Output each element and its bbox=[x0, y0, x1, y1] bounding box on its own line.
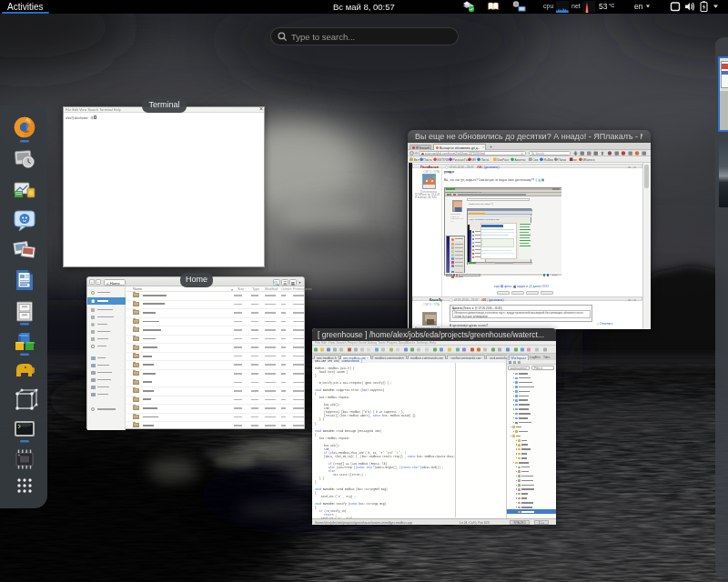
svg-text:БелРосе: БелРосе bbox=[498, 157, 510, 161]
svg-text:Адаптас: Адаптас bbox=[514, 157, 526, 161]
svg-text:Лента: Лента bbox=[481, 157, 490, 161]
svg-text:МКолесе: МКолесе bbox=[582, 157, 594, 161]
svg-text:cpu: cpu bbox=[543, 3, 553, 10]
svg-text:Русская Газ: Русская Газ bbox=[453, 157, 470, 161]
svg-text:Погод: Погод bbox=[558, 157, 566, 161]
svg-text:ир: ир bbox=[573, 157, 577, 161]
svg-text:ВЗГЛЯД: ВЗГЛЯД bbox=[438, 157, 450, 161]
svg-text:Почта: Почта bbox=[424, 157, 432, 161]
svg-text:МК: МК bbox=[472, 157, 477, 161]
svg-text:ЯнДекс: ЯнДекс bbox=[543, 157, 553, 161]
svg-text:net: net bbox=[571, 3, 581, 9]
svg-text:Сви: Сви bbox=[533, 157, 539, 161]
svg-text:°C: °C bbox=[609, 3, 614, 8]
svg-text:en: en bbox=[634, 2, 643, 11]
svg-text:53: 53 bbox=[599, 2, 608, 11]
svg-text:Вел: Вел bbox=[414, 157, 420, 161]
